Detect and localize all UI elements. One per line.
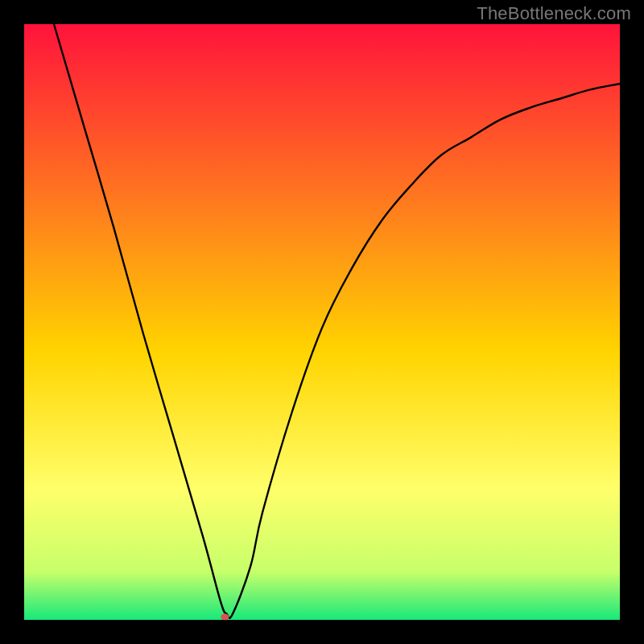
watermark-text: TheBottleneck.com xyxy=(477,3,631,24)
chart-frame xyxy=(0,0,644,644)
minimum-marker xyxy=(221,613,229,620)
chart-svg xyxy=(0,0,644,644)
plot-background xyxy=(24,24,620,620)
